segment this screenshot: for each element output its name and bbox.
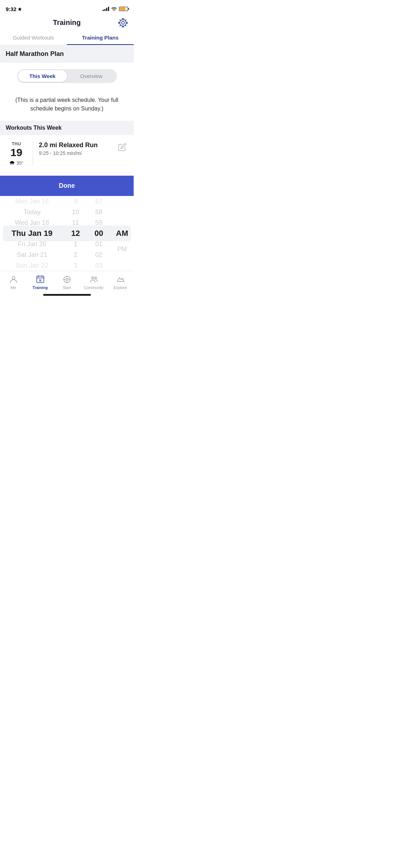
day-number: 19 <box>10 146 22 158</box>
datetime-picker[interactable]: Mon Jan 16 Today Wed Jan 18 Thu Jan 19 F… <box>0 196 134 271</box>
picker-hour-item[interactable]: 11 <box>64 217 87 228</box>
home-indicator <box>0 291 134 297</box>
picker-hour-selected[interactable]: 12 <box>64 228 87 239</box>
date-column: THU 19 🌧 35° <box>6 141 27 166</box>
workouts-section-title: Workouts This Week <box>6 125 62 131</box>
picker-hour-item[interactable]: 3 <box>64 260 87 271</box>
weather-icon: 🌧 <box>9 160 15 166</box>
picker-hour-item[interactable]: 2 <box>64 249 87 260</box>
training-icon <box>36 275 45 284</box>
picker-minute-item[interactable]: 59 <box>87 217 110 228</box>
picker-hour-item[interactable]: 1 <box>64 239 87 249</box>
picker-hour-column[interactable]: 9 10 11 12 1 2 3 <box>64 196 87 271</box>
week-toggle: This Week Overview <box>17 69 117 83</box>
svg-point-2 <box>12 277 15 279</box>
svg-point-7 <box>92 277 94 279</box>
partial-week-note: (This is a partial week schedule. Your f… <box>0 89 134 121</box>
temperature: 35° <box>16 160 24 166</box>
picker-hour-item[interactable]: 9 <box>64 196 87 207</box>
picker-date-selected[interactable]: Thu Jan 19 <box>0 228 64 239</box>
picker-pm-item[interactable]: PM <box>110 241 134 257</box>
community-icon <box>89 275 98 284</box>
start-icon <box>62 275 72 284</box>
nav-item-training[interactable]: Training <box>30 275 51 290</box>
me-icon <box>9 275 18 284</box>
plan-header: Half Marathon Plan <box>0 45 134 63</box>
day-label: THU <box>12 141 21 146</box>
picker-minute-column[interactable]: 57 58 59 00 01 02 03 <box>87 196 110 271</box>
edit-button[interactable] <box>117 141 128 154</box>
svg-point-1 <box>120 20 126 26</box>
svg-point-8 <box>94 277 96 279</box>
workout-info: 2.0 mi Relaxed Run 9:25 - 10:25 min/mi <box>39 141 112 156</box>
this-week-button[interactable]: This Week <box>18 70 67 82</box>
tab-training-plans[interactable]: Training Plans <box>67 31 134 45</box>
workouts-section-header: Workouts This Week <box>0 121 134 135</box>
picker-minute-item[interactable]: 03 <box>87 260 110 271</box>
signal-icon <box>103 7 109 11</box>
workout-pace: 9:25 - 10:25 min/mi <box>39 150 112 156</box>
picker-minute-item[interactable]: 01 <box>87 239 110 249</box>
picker-date-column[interactable]: Mon Jan 16 Today Wed Jan 18 Thu Jan 19 F… <box>0 196 64 271</box>
picker-date-item[interactable]: Sun Jan 22 <box>0 260 64 271</box>
nav-label-me: Me <box>11 285 16 290</box>
tab-underline <box>67 44 134 45</box>
picker-date-item[interactable]: Mon Jan 16 <box>0 196 64 207</box>
picker-date-item[interactable]: Wed Jan 18 <box>0 217 64 228</box>
picker-minute-item[interactable]: 02 <box>87 249 110 260</box>
workout-name: 2.0 mi Relaxed Run <box>39 141 112 149</box>
nav-label-training: Training <box>32 285 48 290</box>
done-button[interactable]: Done <box>0 176 134 196</box>
nav-item-community[interactable]: Community <box>83 275 104 290</box>
picker-hour-item[interactable]: 10 <box>64 207 87 217</box>
nav-label-community: Community <box>84 285 104 290</box>
svg-point-0 <box>122 21 124 24</box>
battery-icon <box>119 7 128 11</box>
status-time: 9:32 <box>6 6 22 12</box>
bottom-nav: Me Training Start <box>0 271 134 291</box>
svg-point-6 <box>66 278 68 280</box>
workout-card: THU 19 🌧 35° 2.0 mi Relaxed Run 9:25 - 1… <box>0 135 134 173</box>
picker-minute-selected[interactable]: 00 <box>87 228 110 239</box>
overview-button[interactable]: Overview <box>67 70 116 82</box>
picker-columns: Mon Jan 16 Today Wed Jan 18 Thu Jan 19 F… <box>0 196 134 271</box>
plan-title: Half Marathon Plan <box>6 50 64 57</box>
picker-ampm-column[interactable]: AM PM <box>110 196 134 271</box>
picker-am-selected[interactable]: AM <box>110 226 134 241</box>
picker-date-item[interactable]: Sat Jan 21 <box>0 249 64 260</box>
nav-item-explore[interactable]: Explore <box>110 275 131 290</box>
location-icon <box>18 7 22 11</box>
status-icons <box>103 6 128 12</box>
picker-minute-item[interactable]: 57 <box>87 196 110 207</box>
home-bar <box>43 294 91 296</box>
tab-guided-workouts[interactable]: Guided Workouts <box>0 31 67 45</box>
nav-label-start: Start <box>63 285 71 290</box>
page-title: Training <box>53 19 81 27</box>
tab-bar: Guided Workouts Training Plans <box>0 31 134 45</box>
weather-row: 🌧 35° <box>9 160 24 166</box>
gear-icon <box>118 18 128 28</box>
status-bar: 9:32 <box>0 0 134 16</box>
picker-date-item[interactable]: Today <box>0 207 64 217</box>
nav-label-explore: Explore <box>114 285 127 290</box>
header: Training <box>0 16 134 31</box>
explore-icon <box>116 275 125 284</box>
picker-date-item[interactable]: Fri Jan 20 <box>0 239 64 249</box>
edit-icon <box>118 143 127 151</box>
settings-button[interactable] <box>118 18 128 29</box>
nav-item-start[interactable]: Start <box>56 275 78 290</box>
wifi-icon <box>111 6 117 12</box>
nav-item-me[interactable]: Me <box>3 275 24 290</box>
picker-minute-item[interactable]: 58 <box>87 207 110 217</box>
card-divider <box>33 141 33 166</box>
